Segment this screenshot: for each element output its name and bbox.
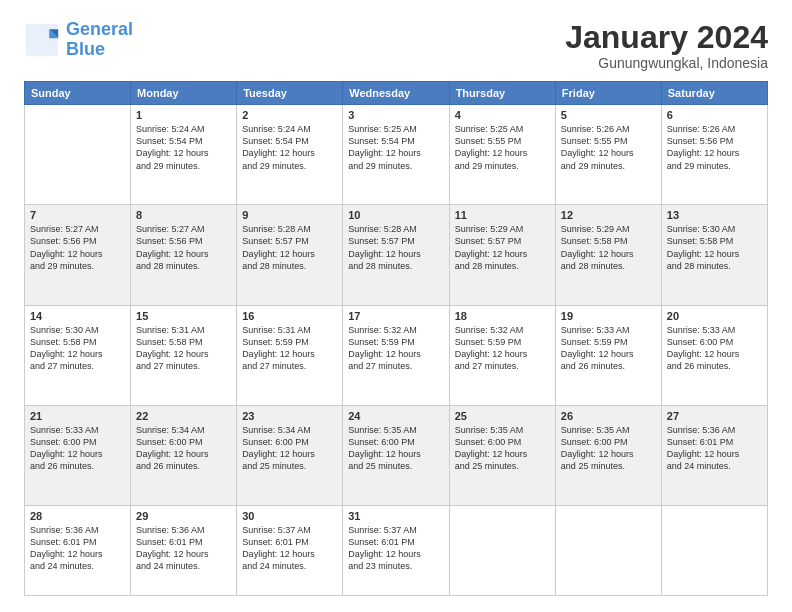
day-number: 11 xyxy=(455,209,550,221)
cell-week5-day4: 31Sunrise: 5:37 AM Sunset: 6:01 PM Dayli… xyxy=(343,505,449,595)
header-sunday: Sunday xyxy=(25,82,131,105)
day-number: 26 xyxy=(561,410,656,422)
day-number: 6 xyxy=(667,109,762,121)
cell-week1-day6: 5Sunrise: 5:26 AM Sunset: 5:55 PM Daylig… xyxy=(555,105,661,205)
day-info: Sunrise: 5:26 AM Sunset: 5:55 PM Dayligh… xyxy=(561,123,656,172)
header-wednesday: Wednesday xyxy=(343,82,449,105)
cell-week1-day3: 2Sunrise: 5:24 AM Sunset: 5:54 PM Daylig… xyxy=(237,105,343,205)
day-number: 31 xyxy=(348,510,443,522)
svg-rect-0 xyxy=(26,24,58,56)
cell-week3-day6: 19Sunrise: 5:33 AM Sunset: 5:59 PM Dayli… xyxy=(555,305,661,405)
day-info: Sunrise: 5:36 AM Sunset: 6:01 PM Dayligh… xyxy=(136,524,231,573)
cell-week3-day7: 20Sunrise: 5:33 AM Sunset: 6:00 PM Dayli… xyxy=(661,305,767,405)
day-number: 8 xyxy=(136,209,231,221)
day-info: Sunrise: 5:29 AM Sunset: 5:58 PM Dayligh… xyxy=(561,223,656,272)
cell-week1-day1 xyxy=(25,105,131,205)
cell-week2-day4: 10Sunrise: 5:28 AM Sunset: 5:57 PM Dayli… xyxy=(343,205,449,305)
cell-week1-day2: 1Sunrise: 5:24 AM Sunset: 5:54 PM Daylig… xyxy=(131,105,237,205)
day-info: Sunrise: 5:33 AM Sunset: 5:59 PM Dayligh… xyxy=(561,324,656,373)
day-number: 16 xyxy=(242,310,337,322)
day-number: 2 xyxy=(242,109,337,121)
cell-week1-day5: 4Sunrise: 5:25 AM Sunset: 5:55 PM Daylig… xyxy=(449,105,555,205)
cell-week3-day1: 14Sunrise: 5:30 AM Sunset: 5:58 PM Dayli… xyxy=(25,305,131,405)
cell-week4-day6: 26Sunrise: 5:35 AM Sunset: 6:00 PM Dayli… xyxy=(555,405,661,505)
cell-week5-day1: 28Sunrise: 5:36 AM Sunset: 6:01 PM Dayli… xyxy=(25,505,131,595)
cell-week2-day5: 11Sunrise: 5:29 AM Sunset: 5:57 PM Dayli… xyxy=(449,205,555,305)
day-number: 1 xyxy=(136,109,231,121)
cell-week5-day2: 29Sunrise: 5:36 AM Sunset: 6:01 PM Dayli… xyxy=(131,505,237,595)
cell-week3-day3: 16Sunrise: 5:31 AM Sunset: 5:59 PM Dayli… xyxy=(237,305,343,405)
day-info: Sunrise: 5:30 AM Sunset: 5:58 PM Dayligh… xyxy=(667,223,762,272)
day-number: 12 xyxy=(561,209,656,221)
weekday-header-row: Sunday Monday Tuesday Wednesday Thursday… xyxy=(25,82,768,105)
day-info: Sunrise: 5:25 AM Sunset: 5:54 PM Dayligh… xyxy=(348,123,443,172)
day-info: Sunrise: 5:27 AM Sunset: 5:56 PM Dayligh… xyxy=(136,223,231,272)
day-number: 10 xyxy=(348,209,443,221)
day-number: 15 xyxy=(136,310,231,322)
title-block: January 2024 Gunungwungkal, Indonesia xyxy=(565,20,768,71)
cell-week5-day3: 30Sunrise: 5:37 AM Sunset: 6:01 PM Dayli… xyxy=(237,505,343,595)
day-number: 17 xyxy=(348,310,443,322)
header-thursday: Thursday xyxy=(449,82,555,105)
day-info: Sunrise: 5:37 AM Sunset: 6:01 PM Dayligh… xyxy=(348,524,443,573)
day-info: Sunrise: 5:30 AM Sunset: 5:58 PM Dayligh… xyxy=(30,324,125,373)
day-info: Sunrise: 5:31 AM Sunset: 5:59 PM Dayligh… xyxy=(242,324,337,373)
header-tuesday: Tuesday xyxy=(237,82,343,105)
cell-week3-day4: 17Sunrise: 5:32 AM Sunset: 5:59 PM Dayli… xyxy=(343,305,449,405)
logo-text: General Blue xyxy=(66,20,133,60)
week-row-5: 28Sunrise: 5:36 AM Sunset: 6:01 PM Dayli… xyxy=(25,505,768,595)
day-number: 7 xyxy=(30,209,125,221)
day-number: 9 xyxy=(242,209,337,221)
cell-week4-day4: 24Sunrise: 5:35 AM Sunset: 6:00 PM Dayli… xyxy=(343,405,449,505)
week-row-2: 7Sunrise: 5:27 AM Sunset: 5:56 PM Daylig… xyxy=(25,205,768,305)
page: General Blue January 2024 Gunungwungkal,… xyxy=(0,0,792,612)
cell-week3-day5: 18Sunrise: 5:32 AM Sunset: 5:59 PM Dayli… xyxy=(449,305,555,405)
calendar-table: Sunday Monday Tuesday Wednesday Thursday… xyxy=(24,81,768,596)
logo: General Blue xyxy=(24,20,133,60)
day-number: 25 xyxy=(455,410,550,422)
cell-week1-day4: 3Sunrise: 5:25 AM Sunset: 5:54 PM Daylig… xyxy=(343,105,449,205)
day-number: 4 xyxy=(455,109,550,121)
week-row-4: 21Sunrise: 5:33 AM Sunset: 6:00 PM Dayli… xyxy=(25,405,768,505)
day-number: 23 xyxy=(242,410,337,422)
day-number: 13 xyxy=(667,209,762,221)
day-info: Sunrise: 5:33 AM Sunset: 6:00 PM Dayligh… xyxy=(667,324,762,373)
day-info: Sunrise: 5:35 AM Sunset: 6:00 PM Dayligh… xyxy=(455,424,550,473)
logo-line2: Blue xyxy=(66,39,105,59)
day-info: Sunrise: 5:24 AM Sunset: 5:54 PM Dayligh… xyxy=(242,123,337,172)
cell-week4-day2: 22Sunrise: 5:34 AM Sunset: 6:00 PM Dayli… xyxy=(131,405,237,505)
day-info: Sunrise: 5:34 AM Sunset: 6:00 PM Dayligh… xyxy=(242,424,337,473)
cell-week5-day6 xyxy=(555,505,661,595)
cell-week1-day7: 6Sunrise: 5:26 AM Sunset: 5:56 PM Daylig… xyxy=(661,105,767,205)
day-info: Sunrise: 5:26 AM Sunset: 5:56 PM Dayligh… xyxy=(667,123,762,172)
day-info: Sunrise: 5:32 AM Sunset: 5:59 PM Dayligh… xyxy=(348,324,443,373)
day-number: 19 xyxy=(561,310,656,322)
day-info: Sunrise: 5:31 AM Sunset: 5:58 PM Dayligh… xyxy=(136,324,231,373)
day-number: 14 xyxy=(30,310,125,322)
cell-week2-day1: 7Sunrise: 5:27 AM Sunset: 5:56 PM Daylig… xyxy=(25,205,131,305)
day-number: 28 xyxy=(30,510,125,522)
calendar-title: January 2024 xyxy=(565,20,768,55)
header-friday: Friday xyxy=(555,82,661,105)
logo-line1: General xyxy=(66,19,133,39)
cell-week3-day2: 15Sunrise: 5:31 AM Sunset: 5:58 PM Dayli… xyxy=(131,305,237,405)
day-info: Sunrise: 5:28 AM Sunset: 5:57 PM Dayligh… xyxy=(242,223,337,272)
day-info: Sunrise: 5:27 AM Sunset: 5:56 PM Dayligh… xyxy=(30,223,125,272)
cell-week2-day2: 8Sunrise: 5:27 AM Sunset: 5:56 PM Daylig… xyxy=(131,205,237,305)
day-number: 20 xyxy=(667,310,762,322)
cell-week4-day7: 27Sunrise: 5:36 AM Sunset: 6:01 PM Dayli… xyxy=(661,405,767,505)
cell-week2-day7: 13Sunrise: 5:30 AM Sunset: 5:58 PM Dayli… xyxy=(661,205,767,305)
day-number: 27 xyxy=(667,410,762,422)
cell-week5-day5 xyxy=(449,505,555,595)
day-info: Sunrise: 5:35 AM Sunset: 6:00 PM Dayligh… xyxy=(561,424,656,473)
cell-week2-day3: 9Sunrise: 5:28 AM Sunset: 5:57 PM Daylig… xyxy=(237,205,343,305)
cell-week4-day5: 25Sunrise: 5:35 AM Sunset: 6:00 PM Dayli… xyxy=(449,405,555,505)
day-number: 30 xyxy=(242,510,337,522)
day-info: Sunrise: 5:28 AM Sunset: 5:57 PM Dayligh… xyxy=(348,223,443,272)
day-number: 18 xyxy=(455,310,550,322)
week-row-1: 1Sunrise: 5:24 AM Sunset: 5:54 PM Daylig… xyxy=(25,105,768,205)
calendar-subtitle: Gunungwungkal, Indonesia xyxy=(565,55,768,71)
day-number: 3 xyxy=(348,109,443,121)
cell-week4-day1: 21Sunrise: 5:33 AM Sunset: 6:00 PM Dayli… xyxy=(25,405,131,505)
header-saturday: Saturday xyxy=(661,82,767,105)
